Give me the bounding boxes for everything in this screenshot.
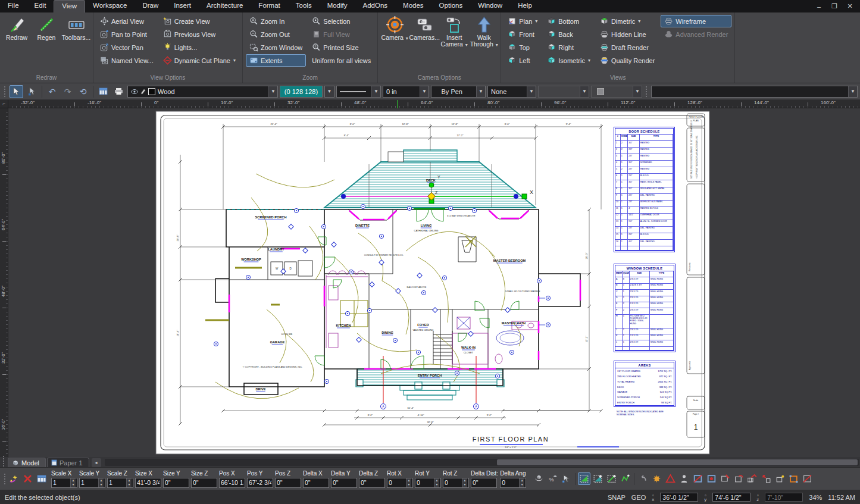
- zoom-level[interactable]: 34%: [809, 494, 822, 501]
- menu-addons[interactable]: AddOns: [355, 0, 396, 12]
- menu-format[interactable]: Format: [251, 0, 287, 12]
- chevron-down-icon[interactable]: ▼: [371, 86, 380, 97]
- printed-size-button[interactable]: Printed Size: [308, 41, 374, 54]
- menu-window[interactable]: Window: [470, 0, 510, 12]
- left-button[interactable]: Left: [504, 54, 541, 67]
- pen-color-dropdown[interactable]: ▼: [324, 86, 334, 98]
- field-input[interactable]: 0▲▼: [415, 478, 441, 488]
- field-input[interactable]: 66'-10 1/2": [219, 478, 245, 488]
- line-style-combo[interactable]: ▼: [336, 86, 381, 98]
- horizontal-scrollbar[interactable]: [105, 459, 859, 466]
- field-input[interactable]: 1▲▼: [107, 478, 133, 488]
- chevron-down-icon[interactable]: ▼: [268, 86, 277, 97]
- inspector-grip[interactable]: [4, 473, 7, 485]
- node-select-button[interactable]: [25, 85, 39, 98]
- menu-edit[interactable]: Edit: [27, 0, 54, 12]
- field-input[interactable]: 0": [359, 478, 385, 488]
- menu-help[interactable]: Help: [510, 0, 540, 12]
- field-input[interactable]: 41'-0 3/4": [135, 478, 161, 488]
- hidden-line-button[interactable]: Hidden Line: [596, 28, 658, 40]
- field-input[interactable]: 0": [163, 478, 189, 488]
- zoom-in-button[interactable]: Zoom In: [246, 15, 306, 27]
- create-view-button[interactable]: Create View: [160, 15, 239, 27]
- zoom-window-button[interactable]: Zoom Window: [246, 41, 306, 54]
- draft-render-button[interactable]: Draft Render: [596, 41, 658, 54]
- menu-architecture[interactable]: Architecture: [199, 0, 251, 12]
- field-input[interactable]: 0▲▼: [500, 478, 526, 488]
- print-button[interactable]: [112, 85, 126, 98]
- select-crossing-icon[interactable]: [592, 472, 604, 485]
- menu-workspace[interactable]: Workspace: [85, 0, 135, 12]
- redo-button[interactable]: ↷: [61, 85, 74, 98]
- menu-view[interactable]: View: [54, 0, 85, 12]
- tab-model[interactable]: Model: [8, 458, 46, 467]
- copy-entity-icon[interactable]: [746, 472, 759, 485]
- insert-camera-button[interactable]: Insert Camera ▾: [439, 13, 469, 48]
- rect-off-icon[interactable]: [801, 472, 814, 485]
- select-outside-icon[interactable]: [605, 472, 618, 485]
- no-frame-icon[interactable]: [692, 472, 704, 485]
- pen-color-button[interactable]: (0 128 128): [280, 86, 323, 98]
- dimetric-button[interactable]: Dimetric▾: [596, 15, 658, 27]
- tab-scroll-left-button[interactable]: ◂: [92, 458, 101, 467]
- pattern-pen-combo[interactable]: By Pen▼: [431, 86, 486, 98]
- toolbar-grip[interactable]: [4, 86, 7, 98]
- menu-modes[interactable]: Modes: [395, 0, 431, 12]
- corner-quad-icon[interactable]: [787, 472, 800, 485]
- select-window-icon[interactable]: [578, 472, 590, 485]
- right-button[interactable]: Right: [543, 41, 594, 54]
- front-button[interactable]: Front: [504, 28, 541, 40]
- menu-tools[interactable]: Tools: [288, 0, 320, 12]
- redraw-button[interactable]: Redraw: [2, 13, 32, 41]
- vector-pan-button[interactable]: Vector Pan: [96, 41, 157, 54]
- vertical-ruler[interactable]: 80'-0"64'-0"48'-0"32'-0"16'-0": [0, 108, 8, 457]
- rect-rotate-icon[interactable]: [733, 472, 745, 485]
- select-fence-icon[interactable]: [619, 472, 631, 485]
- undo-button[interactable]: ↶: [45, 85, 59, 98]
- anchor-lock-icon[interactable]: [774, 472, 786, 485]
- zoom-out-button[interactable]: Zoom Out: [246, 28, 306, 40]
- spinner[interactable]: ▲▼: [519, 478, 524, 487]
- walk-through-button[interactable]: Walk Through ▾: [469, 13, 499, 48]
- field-input[interactable]: 0": [331, 478, 357, 488]
- minimize-button[interactable]: –: [812, 3, 825, 10]
- coord-y-field[interactable]: 74'-6 1/2": [712, 493, 750, 502]
- delete-selection-icon[interactable]: [21, 472, 34, 485]
- redo-all-button[interactable]: ⟲: [76, 85, 90, 98]
- top-button[interactable]: Top: [504, 41, 541, 54]
- spinner[interactable]: ▲▼: [126, 478, 132, 487]
- horizontal-ruler[interactable]: -32'-0"-16'-0"0"16'-0"32'-0"48'-0"64'-0"…: [8, 100, 860, 108]
- menu-file[interactable]: File: [0, 0, 27, 12]
- previous-view-button[interactable]: Previous View: [160, 28, 239, 40]
- bottom-button[interactable]: Bottom: [543, 15, 594, 27]
- extract-person-icon[interactable]: [678, 472, 690, 485]
- selection-handle[interactable]: [514, 194, 518, 199]
- geo-toggle[interactable]: GEO: [631, 494, 646, 501]
- spinner[interactable]: ▲▼: [462, 478, 467, 487]
- dynamic-cut-plane-button[interactable]: Dynamic Cut Plane▾: [160, 54, 239, 67]
- field-input[interactable]: 0": [303, 478, 329, 488]
- layer-combo[interactable]: Wood ▼: [127, 86, 278, 98]
- lights--button[interactable]: Lights...: [160, 41, 239, 54]
- spinner[interactable]: ▲▼: [98, 478, 104, 487]
- menu-options[interactable]: Options: [431, 0, 471, 12]
- field-input[interactable]: 0": [275, 478, 301, 488]
- tab-paper-1[interactable]: Paper 1: [47, 458, 89, 467]
- ruler-origin-corner[interactable]: ⌐: [0, 100, 8, 108]
- menu-draw[interactable]: Draw: [135, 0, 166, 12]
- undo-small-icon[interactable]: [637, 472, 649, 485]
- text-style-combo[interactable]: ▼: [651, 86, 858, 98]
- field-input[interactable]: 0": [191, 478, 217, 488]
- aerial-view-button[interactable]: Aerial View: [96, 15, 157, 27]
- snap-toggle[interactable]: SNAP: [608, 494, 626, 501]
- floor-plan-drawing[interactable]: A A W D 21'-4"8'-0"12'-8"12'-8"8'-0"9'-4…: [8, 108, 860, 457]
- orbit-cube-icon[interactable]: [533, 472, 545, 485]
- regen-button[interactable]: Regen: [32, 13, 61, 41]
- scrollbar-thumb[interactable]: [497, 459, 858, 465]
- menu-modify[interactable]: Modify: [320, 0, 355, 12]
- selection-info-button[interactable]: [96, 85, 110, 98]
- field-input[interactable]: 0▲▼: [387, 478, 413, 488]
- y-axis-handle[interactable]: [429, 183, 434, 187]
- camera-button[interactable]: Camera ▾: [380, 13, 409, 42]
- uniform-for-all-views-button[interactable]: Uniform for all views: [308, 54, 374, 67]
